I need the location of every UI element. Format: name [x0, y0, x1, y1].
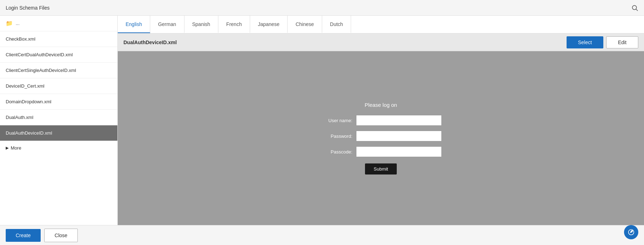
password-label: Password:	[320, 134, 353, 139]
tab-german[interactable]: German	[150, 16, 184, 33]
create-button[interactable]: Create	[6, 229, 41, 242]
app-title: Login Schema Files	[6, 5, 50, 11]
file-header-bar: DualAuthDeviceID.xml Select Edit	[118, 33, 644, 51]
sidebar-folder[interactable]: 📁 ...	[0, 16, 117, 31]
username-input[interactable]	[356, 115, 442, 126]
sidebar-item-clientcertdual[interactable]: ClientCertDualAuthDeviceID.xml	[0, 47, 117, 63]
tab-chinese[interactable]: Chinese	[288, 16, 322, 33]
svg-line-1	[636, 9, 638, 11]
folder-label: ...	[16, 21, 20, 26]
tab-spanish[interactable]: Spanish	[184, 16, 219, 33]
chevron-right-icon: ▶	[6, 146, 9, 150]
tab-dutch[interactable]: Dutch	[322, 16, 351, 33]
folder-icon: 📁	[6, 20, 13, 27]
footer: Create Close	[0, 225, 644, 245]
nav-icon[interactable]	[624, 225, 638, 239]
tab-english[interactable]: English	[118, 16, 150, 33]
password-row: Password:	[320, 131, 442, 141]
tabs-bar: English German Spanish French Japanese C…	[118, 16, 644, 33]
edit-button[interactable]: Edit	[606, 36, 638, 48]
close-button[interactable]: Close	[44, 229, 78, 242]
sidebar-item-dualauth[interactable]: DualAuth.xml	[0, 110, 117, 125]
tab-japanese[interactable]: Japanese	[250, 16, 288, 33]
passcode-input[interactable]	[356, 146, 442, 157]
file-actions: Select Edit	[567, 36, 638, 48]
password-input[interactable]	[356, 131, 442, 141]
tab-french[interactable]: French	[218, 16, 250, 33]
select-button[interactable]: Select	[567, 36, 603, 48]
passcode-label: Passcode:	[320, 149, 353, 155]
passcode-row: Passcode:	[320, 146, 442, 157]
main-layout: 📁 ... CheckBox.xml ClientCertDualAuthDev…	[0, 16, 644, 225]
sidebar-item-deviceidcert[interactable]: DeviceID_Cert.xml	[0, 78, 117, 94]
username-row: User name:	[320, 115, 442, 126]
compass-icon	[628, 229, 635, 236]
sidebar-more[interactable]: ▶ More	[0, 141, 117, 155]
sidebar-item-checkbox[interactable]: CheckBox.xml	[0, 31, 117, 47]
username-label: User name:	[320, 118, 353, 123]
sidebar-item-dualauthdeviceid[interactable]: DualAuthDeviceID.xml	[0, 125, 117, 141]
submit-button[interactable]: Submit	[365, 163, 396, 174]
login-title: Please log on	[365, 102, 397, 108]
more-label: More	[11, 145, 21, 151]
file-name: DualAuthDeviceID.xml	[123, 40, 177, 45]
sidebar-item-clientcertsingle[interactable]: ClientCertSingleAuthDeviceID.xml	[0, 63, 117, 78]
sidebar-item-domaindropdown[interactable]: DomainDropdown.xml	[0, 94, 117, 110]
search-icon[interactable]	[631, 4, 638, 11]
sidebar: 📁 ... CheckBox.xml ClientCertDualAuthDev…	[0, 16, 118, 225]
content-area: English German Spanish French Japanese C…	[118, 16, 644, 225]
preview-area: Please log on User name: Password: Passc…	[118, 51, 644, 225]
header: Login Schema Files	[0, 0, 644, 16]
svg-point-0	[632, 5, 637, 10]
login-form: Please log on User name: Password: Passc…	[320, 102, 442, 174]
